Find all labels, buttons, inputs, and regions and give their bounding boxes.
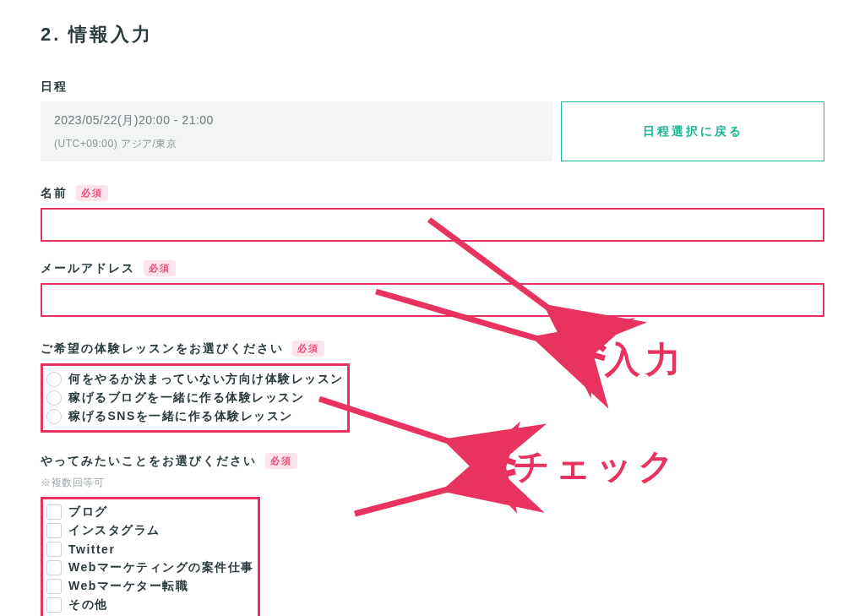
name-label: 名前 [41,186,68,201]
todo-label: やってみたいことをお選びください [41,454,257,469]
email-label: メールアドレス [41,261,135,276]
checkbox-icon [46,597,62,613]
checkbox-icon [46,504,62,520]
email-input[interactable] [41,283,824,317]
todo-option-label: Webマーケティングの案件仕事 [68,560,254,575]
required-badge: 必須 [76,185,108,201]
required-badge: 必須 [144,260,176,276]
required-badge: 必須 [265,453,297,469]
todo-option-label: Twitter [68,542,115,556]
checkbox-icon [46,523,62,538]
todo-option[interactable]: インスタグラム [46,521,254,540]
todo-option[interactable]: ブログ [46,503,254,521]
schedule-label: 日程 [41,79,68,95]
lesson-option-label: 稼げるSNSを一緒に作る体験レッスン [68,409,293,424]
lesson-option[interactable]: 何をやるか決まっていない方向け体験レッスン [46,370,344,389]
lesson-option-label: 何をやるか決まっていない方向け体験レッスン [68,372,344,387]
todo-note: ※複数回等可 [41,476,824,490]
checkbox-icon [46,542,62,557]
todo-option-label: インスタグラム [68,523,160,538]
lesson-options-highlight: 何をやるか決まっていない方向け体験レッスン 稼げるブログを一緒に作る体験レッスン… [41,363,350,433]
todo-option-label: その他 [68,597,108,613]
radio-icon [46,409,62,424]
todo-option-label: ブログ [68,504,108,520]
lesson-option-label: 稼げるブログを一緒に作る体験レッスン [68,390,304,406]
checkbox-icon [46,579,62,594]
back-to-schedule-button[interactable]: 日程選択に戻る [561,101,824,161]
section-title: 2. 情報入力 [41,22,824,47]
radio-icon [46,390,62,406]
schedule-timezone: (UTC+09:00) アジア/東京 [54,137,539,151]
required-badge: 必須 [292,341,324,357]
lesson-label: ご希望の体験レッスンをお選びください [41,341,284,357]
schedule-display: 2023/05/22(月)20:00 - 21:00 (UTC+09:00) ア… [41,101,552,161]
schedule-datetime: 2023/05/22(月)20:00 - 21:00 [54,113,539,128]
todo-option[interactable]: Twitter [46,540,254,559]
todo-option[interactable]: Webマーケター転職 [46,577,254,596]
todo-option[interactable]: Webマーケティングの案件仕事 [46,559,254,577]
todo-option[interactable]: その他 [46,596,254,614]
todo-options-highlight: ブログ インスタグラム Twitter Webマーケティングの案件仕事 Webマ… [41,497,260,616]
name-input[interactable] [41,208,824,242]
todo-option-label: Webマーケター転職 [68,579,188,594]
radio-icon [46,372,62,387]
lesson-option[interactable]: 稼げるブログを一緒に作る体験レッスン [46,389,344,407]
lesson-option[interactable]: 稼げるSNSを一緒に作る体験レッスン [46,407,344,426]
checkbox-icon [46,560,62,575]
